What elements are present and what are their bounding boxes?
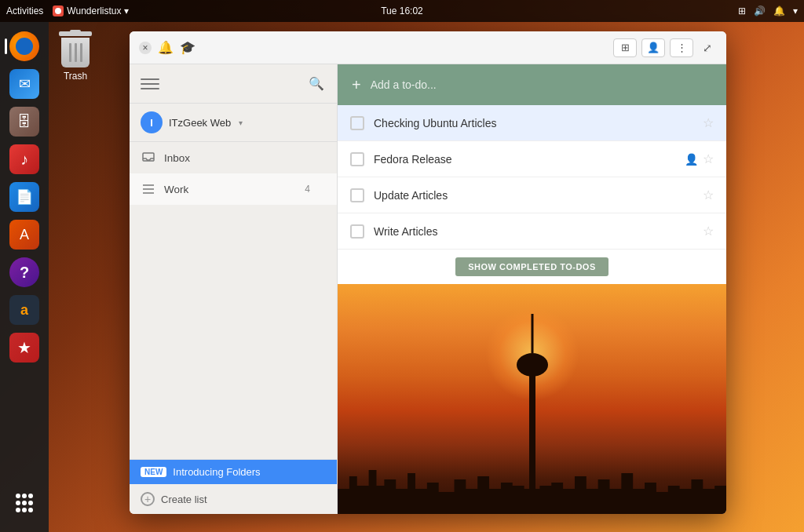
todo-star-4[interactable]: ☆ — [703, 224, 714, 239]
docs-icon: 📄 — [9, 182, 39, 212]
apps-grid-icon — [9, 488, 39, 518]
network-icon: ⊞ — [738, 5, 746, 16]
thunderbird-icon: ✉ — [9, 69, 39, 99]
work-label: Work — [164, 184, 297, 195]
show-completed-button[interactable]: SHOW COMPLETED TO-DOS — [455, 257, 608, 276]
person-button[interactable]: 👤 — [641, 38, 665, 57]
dock-item-apps[interactable] — [8, 486, 41, 519]
todo-item-1: Checking Ubuntu Articles ☆ — [338, 105, 726, 141]
city-background — [338, 284, 726, 514]
new-badge: NEW — [141, 467, 166, 477]
account-row[interactable]: I ITzGeek Web ▾ — [141, 111, 326, 133]
dock-item-docs[interactable]: 📄 — [8, 180, 41, 213]
notification-icon: 🔔 — [773, 5, 785, 16]
help-icon: ? — [9, 257, 39, 287]
account-section[interactable]: I ITzGeek Web ▾ — [130, 104, 337, 142]
hamburger-line-3 — [141, 88, 159, 89]
dock-item-help[interactable]: ? — [8, 256, 41, 289]
window-titlebar: × 🔔 🎓 ⊞ 👤 ⋮ ⤢ — [130, 31, 726, 64]
todo-star-3[interactable]: ☆ — [703, 188, 714, 202]
introducing-folders-banner[interactable]: NEW Introducing Folders — [130, 460, 337, 484]
topbar-left: Activities Wunderlistux ▾ — [6, 5, 129, 16]
sidebar-bottom: NEW Introducing Folders + Create list — [130, 459, 337, 514]
dock-item-music[interactable]: ♪ — [8, 143, 41, 176]
todo-assign-icon: 👤 — [685, 153, 698, 166]
todo-text-1: Checking Ubuntu Articles — [374, 117, 693, 129]
hamburger-button[interactable] — [141, 75, 159, 93]
todo-checkbox-1[interactable] — [350, 116, 364, 130]
more-button[interactable]: ⋮ — [670, 38, 693, 57]
todo-list: Checking Ubuntu Articles ☆ Fedora Releas… — [338, 105, 726, 250]
trash-bin-graphic — [59, 30, 92, 67]
todo-checkbox-4[interactable] — [350, 224, 364, 239]
add-todo-placeholder[interactable]: Add a to-do... — [371, 78, 437, 91]
more-icon: ⋮ — [677, 42, 687, 53]
trash-line-1 — [69, 43, 71, 62]
todo-item-2: Fedora Release 👤 ☆ — [338, 141, 726, 177]
todo-text-3: Update Articles — [374, 189, 693, 202]
todo-checkbox-3[interactable] — [350, 188, 364, 202]
appstore-icon: A — [9, 220, 39, 250]
expand-button[interactable]: ⤢ — [698, 38, 717, 57]
hamburger-line-1 — [141, 78, 159, 80]
topbar-datetime: Tue 16:02 — [381, 5, 423, 16]
introducing-folders-label: Introducing Folders — [173, 466, 260, 478]
todo-item-4: Write Articles ☆ — [338, 213, 726, 250]
application-dock: ✉ 🗄 ♪ 📄 A ? a ★ — [0, 22, 49, 532]
inbox-label: Inbox — [164, 152, 318, 164]
dock-item-thunderbird[interactable]: ✉ — [8, 67, 41, 100]
window-notification-icon[interactable]: 🔔 — [158, 40, 174, 55]
list-icon — [141, 181, 156, 197]
search-button[interactable]: 🔍 — [307, 75, 326, 93]
search-icon: 🔍 — [309, 76, 324, 91]
dock-item-appstore[interactable]: A — [8, 218, 41, 251]
dock-item-starred[interactable]: ★ — [8, 331, 41, 364]
todo-star-1[interactable]: ☆ — [703, 115, 714, 130]
app-menu-arrow: ▾ — [124, 5, 129, 16]
todo-text-2: Fedora Release — [374, 153, 675, 166]
wunderlist-taskbar-icon — [53, 5, 64, 16]
window-controls-right: ⊞ 👤 ⋮ ⤢ — [613, 38, 717, 57]
account-chevron: ▾ — [239, 118, 243, 127]
files-icon: 🗄 — [9, 107, 39, 137]
window-controls-left: × 🔔 🎓 — [139, 40, 196, 55]
sort-icon: ⊞ — [621, 42, 630, 53]
dock-item-firefox[interactable] — [8, 30, 41, 63]
sort-button[interactable]: ⊞ — [613, 38, 637, 57]
inbox-icon — [141, 150, 156, 166]
window-close-button[interactable]: × — [139, 42, 152, 54]
expand-icon: ⤢ — [703, 42, 712, 54]
add-plus-icon: + — [352, 76, 361, 94]
trash-label: Trash — [64, 71, 87, 82]
tower-shaft — [529, 373, 535, 514]
amazon-icon: a — [9, 295, 39, 325]
create-list-button[interactable]: + Create list — [130, 484, 337, 514]
topbar-app[interactable]: Wunderlistux ▾ — [53, 5, 129, 16]
dock-item-files[interactable]: 🗄 — [8, 105, 41, 138]
create-list-label: Create list — [161, 494, 207, 505]
system-topbar: Activities Wunderlistux ▾ Tue 16:02 ⊞ 🔊 … — [0, 0, 804, 22]
topbar-menu-arrow: ▾ — [793, 5, 798, 16]
activities-button[interactable]: Activities — [6, 5, 43, 16]
dock-item-amazon[interactable]: a — [8, 293, 41, 326]
sidebar-item-work[interactable]: Work 4 ✏ — [130, 173, 337, 205]
wunderlist-window: × 🔔 🎓 ⊞ 👤 ⋮ ⤢ — [130, 31, 726, 514]
svg-point-0 — [55, 8, 61, 14]
todo-item-3: Update Articles ☆ — [338, 177, 726, 213]
app-name-label: Wunderlistux — [67, 5, 121, 16]
todo-checkbox-2[interactable] — [350, 152, 364, 166]
sidebar: 🔍 I ITzGeek Web ▾ — [130, 64, 338, 514]
window-graduation-icon[interactable]: 🎓 — [180, 40, 196, 55]
add-todo-bar[interactable]: + Add a to-do... — [338, 64, 726, 105]
trash-line-2 — [75, 43, 77, 62]
topbar-right: ⊞ 🔊 🔔 ▾ — [738, 5, 798, 16]
trash-line-3 — [80, 43, 82, 62]
sidebar-header: 🔍 — [130, 64, 337, 104]
trash-desktop-icon[interactable]: Trash — [59, 30, 92, 82]
todo-star-2[interactable]: ☆ — [703, 151, 714, 166]
main-content: + Add a to-do... Checking Ubuntu Article… — [338, 64, 726, 514]
sidebar-item-inbox[interactable]: Inbox — [130, 142, 337, 173]
tower-antenna — [531, 314, 533, 353]
sidebar-nav: Inbox Work 4 ✏ — [130, 142, 337, 459]
todo-extras-2: 👤 ☆ — [685, 151, 714, 166]
